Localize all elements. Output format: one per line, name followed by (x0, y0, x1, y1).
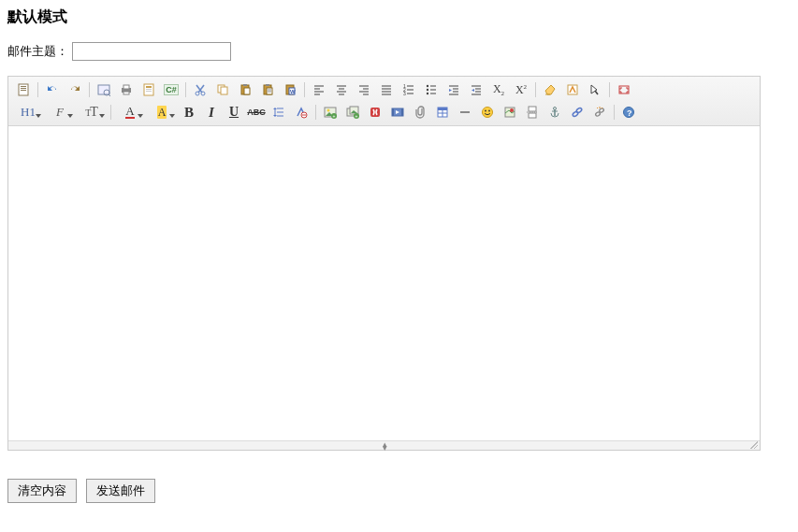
svg-rect-95 (438, 108, 447, 110)
pagebreak-icon[interactable] (523, 103, 542, 122)
svg-line-116 (602, 108, 602, 108)
orderedlist-icon[interactable]: 123 (399, 80, 418, 99)
svg-point-100 (485, 110, 486, 112)
anchor-icon[interactable] (545, 103, 564, 122)
strike-label: ABC (247, 108, 266, 117)
subscript-icon[interactable]: X2 (489, 80, 508, 99)
svg-rect-91 (392, 108, 394, 116)
corner-grip-icon (750, 441, 758, 449)
codeblock-label: C# (164, 84, 179, 95)
table-icon[interactable] (433, 103, 452, 122)
sup-x: X (515, 83, 524, 96)
undo-icon[interactable] (43, 80, 62, 99)
template-icon[interactable] (139, 80, 158, 99)
media-icon[interactable] (388, 103, 407, 122)
codeblock-icon[interactable]: C# (162, 80, 181, 99)
removeformat-icon[interactable] (292, 103, 311, 122)
svg-text:?: ? (627, 108, 632, 118)
separator (185, 82, 186, 97)
subject-input[interactable] (72, 42, 231, 61)
svg-point-53 (427, 85, 428, 87)
baidumap-icon[interactable] (501, 103, 519, 122)
justifyleft-icon[interactable] (310, 80, 328, 99)
action-row: 清空内容 发送邮件 (7, 479, 791, 503)
svg-point-55 (427, 93, 428, 94)
svg-rect-2 (21, 88, 26, 89)
hr-icon[interactable] (456, 103, 474, 122)
hilitecolor-dropdown[interactable]: A (148, 103, 176, 122)
image-icon[interactable]: + (321, 103, 340, 122)
quickformat-icon[interactable] (563, 80, 582, 99)
plainpaste-icon[interactable] (258, 80, 277, 99)
sub-2: 2 (501, 90, 505, 97)
paste-icon[interactable] (236, 80, 254, 99)
bold-icon[interactable]: B (180, 103, 198, 122)
multiimage-icon[interactable]: + (343, 103, 362, 122)
toolbar-row-2: H1 F TT A A B I U ABC (12, 101, 756, 123)
svg-point-82 (327, 109, 330, 112)
insertfile-icon[interactable] (411, 103, 429, 122)
superscript-icon[interactable]: X2 (512, 80, 530, 99)
page-title: 默认模式 (7, 7, 791, 27)
separator (535, 82, 536, 97)
justifyfull-icon[interactable] (377, 80, 396, 99)
unorderedlist-icon[interactable] (422, 80, 441, 99)
svg-point-111 (575, 108, 582, 114)
copy-icon[interactable] (213, 80, 232, 99)
svg-point-54 (427, 89, 428, 91)
hilitecolor-label: A (157, 106, 167, 119)
clearhtml-icon[interactable] (541, 80, 559, 99)
svg-rect-24 (266, 84, 269, 86)
cut-icon[interactable] (191, 80, 210, 99)
justifycenter-icon[interactable] (332, 80, 351, 99)
svg-line-115 (597, 108, 598, 108)
chevron-down-icon (99, 114, 105, 118)
svg-line-6 (109, 94, 110, 96)
svg-rect-22 (244, 88, 250, 94)
svg-point-101 (488, 110, 490, 112)
editor-wrapper: C# W (7, 76, 761, 451)
outdent-icon[interactable] (467, 80, 486, 99)
editor-body[interactable] (8, 126, 760, 440)
fontname-dropdown[interactable]: F (46, 103, 74, 122)
underline-icon[interactable]: U (225, 103, 243, 122)
source-icon[interactable] (14, 80, 33, 99)
fullscreen-icon[interactable] (615, 80, 633, 99)
svg-rect-105 (529, 113, 536, 118)
svg-rect-92 (401, 108, 403, 116)
svg-rect-12 (146, 89, 152, 90)
about-icon[interactable]: ? (619, 103, 638, 122)
unlink-icon[interactable] (590, 103, 609, 122)
chevron-down-icon (67, 114, 73, 118)
strike-icon[interactable]: ABC (247, 103, 266, 122)
bold-label: B (184, 105, 194, 121)
send-button[interactable]: 发送邮件 (86, 479, 155, 503)
print-icon[interactable] (117, 80, 136, 99)
fontsize-dropdown[interactable]: TT (78, 103, 106, 122)
flash-icon[interactable] (366, 103, 384, 122)
svg-rect-89 (370, 108, 380, 117)
chevron-down-icon (169, 114, 175, 118)
link-icon[interactable] (568, 103, 587, 122)
fontname-label: F (56, 105, 64, 120)
justifyright-icon[interactable] (355, 80, 373, 99)
emoticon-icon[interactable] (478, 103, 497, 122)
redo-icon[interactable] (65, 80, 84, 99)
wordpaste-icon[interactable]: W (281, 80, 299, 99)
indent-icon[interactable] (444, 80, 463, 99)
clear-button[interactable]: 清空内容 (7, 479, 77, 503)
resize-bar[interactable]: ▴▾ (8, 440, 760, 450)
formatblock-label: H1 (21, 105, 36, 120)
fontsize-big: T (90, 105, 98, 120)
lineheight-icon[interactable] (269, 103, 288, 122)
preview-icon[interactable] (94, 80, 113, 99)
selectall-icon[interactable] (586, 80, 604, 99)
formatblock-dropdown[interactable]: H1 (14, 103, 42, 122)
svg-text:+: + (333, 113, 336, 119)
svg-point-16 (196, 92, 199, 95)
svg-rect-21 (243, 84, 247, 86)
svg-rect-8 (123, 85, 129, 89)
forecolor-dropdown[interactable]: A (116, 103, 144, 122)
italic-icon[interactable]: I (202, 103, 221, 122)
svg-marker-68 (472, 89, 474, 92)
